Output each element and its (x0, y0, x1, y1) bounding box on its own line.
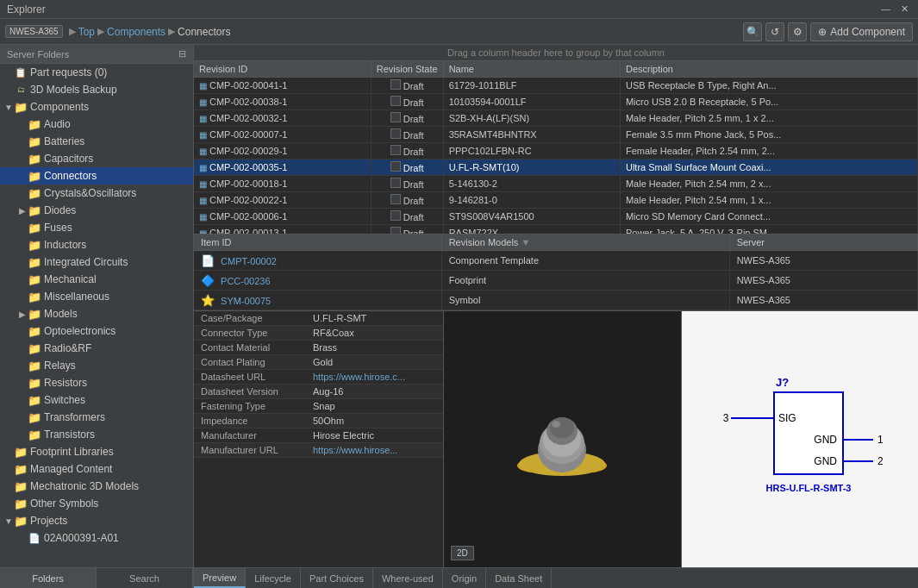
rev-col-item-id[interactable]: Item ID (194, 235, 441, 251)
checkbox[interactable] (390, 161, 401, 172)
tree-toggle[interactable]: ▼ (3, 103, 14, 112)
revision-state: Draft (403, 130, 424, 141)
sidebar-item-switches[interactable]: 📁Switches (0, 391, 193, 409)
sidebar-tree[interactable]: 📋Part requests (0)🗂3D Models Backup▼📁Com… (0, 64, 193, 567)
sidebar-item-managed-content[interactable]: 📁Managed Content (0, 460, 193, 478)
breadcrumb-components[interactable]: Components (107, 26, 165, 38)
prop-value[interactable]: https://www.hirose... (313, 445, 436, 455)
close-button[interactable]: ✕ (898, 3, 911, 15)
col-header-description[interactable]: Description (620, 61, 917, 78)
sidebar-item-batteries[interactable]: 📁Batteries (0, 133, 193, 150)
bottom-tab-lifecycle[interactable]: Lifecycle (246, 568, 301, 588)
col-header-revision-id[interactable]: Revision ID (194, 61, 371, 78)
prop-value[interactable]: https://www.hirose.c... (313, 372, 436, 382)
sidebar-item-mechanical[interactable]: 📁Mechanical (0, 271, 193, 288)
tree-toggle[interactable]: ▶ (17, 206, 28, 216)
tree-toggle[interactable]: ▼ (3, 516, 14, 526)
row-icon: ▦ (199, 81, 207, 91)
checkbox[interactable] (390, 227, 401, 234)
sidebar-item-components[interactable]: ▼📁Components (0, 98, 193, 116)
col-header-name[interactable]: Name (443, 61, 620, 78)
revision-row[interactable]: ⭐ SYM-00075 Symbol NWES-A365 (194, 291, 918, 310)
table-row[interactable]: ▦CMP-002-00035-1 Draft U.FL-R-SMT(10) Ul… (194, 160, 918, 176)
checkbox[interactable] (390, 79, 401, 90)
rev-id-link[interactable]: PCC-00236 (221, 276, 270, 286)
sidebar-item-transformers[interactable]: 📁Transformers (0, 409, 193, 426)
table-row[interactable]: ▦CMP-002-00006-1 Draft ST9S008V4AR1500 M… (194, 209, 918, 225)
breadcrumb-root[interactable]: NWES-A365 (5, 25, 63, 38)
table-row[interactable]: ▦CMP-002-00038-1 Draft 10103594-0001LF M… (194, 94, 918, 110)
sidebar-item-project-01[interactable]: 📄02A000391-A01 (0, 529, 193, 547)
sidebar-item-models[interactable]: ▶📁Models (0, 305, 193, 322)
sidebar-item-capacitors[interactable]: 📁Capacitors (0, 150, 193, 167)
settings-icon-button[interactable]: ⚙ (788, 22, 807, 41)
bottom-tab-where-used[interactable]: Where-used (373, 568, 443, 588)
sidebar-item-other-symbols[interactable]: 📁Other Symbols (0, 495, 193, 512)
table-row[interactable]: ▦CMP-002-00041-1 Draft 61729-1011BLF USB… (194, 78, 918, 94)
main-layout: Server Folders ⊟ 📋Part requests (0)🗂3D M… (0, 45, 918, 588)
preview-2d-button[interactable]: 2D (451, 546, 474, 560)
sidebar-item-diodes[interactable]: ▶📁Diodes (0, 202, 193, 219)
sidebar-item-footprint-libraries[interactable]: 📁Footprint Libraries (0, 443, 193, 460)
checkbox[interactable] (390, 210, 401, 221)
components-table-wrapper[interactable]: Revision ID Revision State Name Descript… (194, 61, 918, 234)
search-icon-button[interactable]: 🔍 (743, 22, 762, 41)
sidebar-item-fuses[interactable]: 📁Fuses (0, 219, 193, 236)
folder-icon: 📁 (28, 307, 41, 321)
rev-id-link[interactable]: SYM-00075 (221, 296, 271, 306)
folder-icon: 📁 (14, 479, 28, 493)
checkbox[interactable] (390, 128, 401, 139)
sidebar-item-resistors[interactable]: 📁Resistors (0, 374, 193, 391)
sidebar-item-projects[interactable]: ▼📁Projects (0, 512, 193, 529)
bottom-tab-data-sheet[interactable]: Data Sheet (486, 568, 552, 588)
checkbox[interactable] (390, 194, 401, 204)
sidebar-item-mechatronic[interactable]: 📁Mechatronic 3D Models (0, 478, 193, 495)
sidebar-tab-search[interactable]: Search (97, 568, 193, 588)
minimize-button[interactable]: — (878, 3, 893, 15)
table-row[interactable]: ▦CMP-002-00013-1 Draft RASM722X Power Ja… (194, 225, 918, 235)
rev-col-models[interactable]: Revision Models ▼ (441, 235, 729, 251)
cell-revision-id: ▦CMP-002-00029-1 (194, 143, 371, 160)
checkbox[interactable] (390, 96, 401, 106)
sidebar-item-crystals[interactable]: 📁Crystals&Oscillators (0, 185, 193, 202)
revision-row[interactable]: 📄 CMPT-00002 Component Template NWES-A36… (194, 251, 918, 271)
table-row[interactable]: ▦CMP-002-00007-1 Draft 35RASMT4BHNTRX Fe… (194, 127, 918, 143)
checkbox[interactable] (390, 145, 401, 155)
table-row[interactable]: ▦CMP-002-00029-1 Draft PPPC102LFBN-RC Fe… (194, 143, 918, 160)
bottom-tab-preview[interactable]: Preview (194, 568, 246, 588)
bottom-tab-part-choices[interactable]: Part Choices (301, 568, 373, 588)
checkbox[interactable] (390, 112, 401, 122)
col-header-state[interactable]: Revision State (371, 61, 443, 78)
table-row[interactable]: ▦CMP-002-00032-1 Draft S2B-XH-A(LF)(SN) … (194, 110, 918, 127)
sidebar-item-miscellaneous[interactable]: 📁Miscellaneous (0, 288, 193, 305)
sidebar-item-relays[interactable]: 📁Relays (0, 357, 193, 374)
sidebar-item-integrated-circuits[interactable]: 📁Integrated Circuits (0, 253, 193, 271)
prop-key: Contact Plating (201, 357, 313, 367)
sidebar-item-transistors[interactable]: 📁Transistors (0, 426, 193, 443)
properties-scroll[interactable]: Case/Package U.FL-R-SMT Connector Type R… (194, 311, 443, 567)
sidebar-item-inductors[interactable]: 📁Inductors (0, 236, 193, 253)
cell-name: 61729-1011BLF (443, 78, 620, 94)
tree-toggle[interactable]: ▶ (17, 310, 28, 319)
properties-panel: Case/Package U.FL-R-SMT Connector Type R… (194, 311, 444, 567)
rev-id-link[interactable]: CMPT-00002 (221, 256, 277, 266)
breadcrumb-connectors[interactable]: Connectors (178, 26, 230, 38)
table-row[interactable]: ▦CMP-002-00022-1 Draft 9-146281-0 Male H… (194, 192, 918, 209)
prop-value: Aug-16 (313, 386, 436, 397)
bottom-tab-origin[interactable]: Origin (443, 568, 486, 588)
checkbox[interactable] (390, 178, 401, 188)
breadcrumb-top[interactable]: Top (78, 26, 95, 38)
sidebar-item-radio-rf[interactable]: 📁Radio&RF (0, 340, 193, 357)
sidebar-item-part-requests[interactable]: 📋Part requests (0) (0, 64, 193, 81)
sidebar-item-connectors[interactable]: 📁Connectors (0, 167, 193, 185)
revision-row[interactable]: 🔷 PCC-00236 Footprint NWES-A365 (194, 271, 918, 291)
sidebar-item-optoelectronics[interactable]: 📁Optoelectronics (0, 322, 193, 340)
table-row[interactable]: ▦CMP-002-00018-1 Draft 5-146130-2 Male H… (194, 176, 918, 192)
sidebar-item-3d-models[interactable]: 🗂3D Models Backup (0, 81, 193, 98)
sidebar-collapse-icon[interactable]: ⊟ (178, 48, 186, 59)
sidebar-tab-folders[interactable]: Folders (0, 568, 97, 588)
add-component-button[interactable]: ⊕ Add Component (810, 22, 913, 41)
sidebar-item-audio[interactable]: 📁Audio (0, 116, 193, 133)
rev-col-server[interactable]: Server (729, 235, 917, 251)
refresh-icon-button[interactable]: ↺ (765, 22, 784, 41)
